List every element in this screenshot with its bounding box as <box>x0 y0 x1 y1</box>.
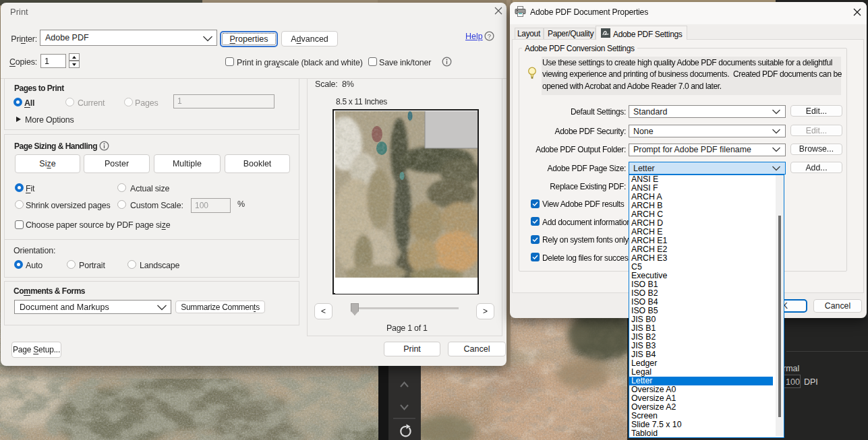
svg-text:?: ? <box>488 32 491 40</box>
